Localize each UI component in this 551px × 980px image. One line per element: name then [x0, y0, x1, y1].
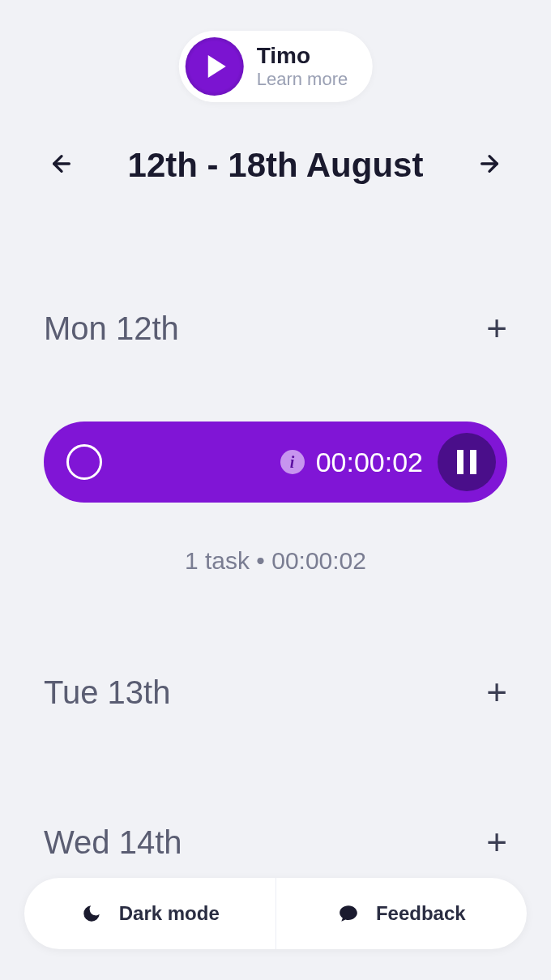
day-row: Mon 12th + [44, 308, 507, 349]
day-label: Tue 13th [44, 674, 170, 711]
dark-mode-toggle[interactable]: Dark mode [24, 878, 276, 949]
play-icon [208, 55, 226, 78]
dark-mode-label: Dark mode [119, 902, 220, 925]
next-week-button[interactable] [476, 148, 502, 184]
day-row: Wed 14th + [44, 822, 507, 862]
week-range-title: 12th - 18th August [128, 146, 424, 185]
info-icon[interactable]: i [280, 450, 305, 474]
chat-icon [337, 902, 360, 925]
app-logo [186, 37, 244, 96]
days-list: Mon 12th + i 00:00:02 1 task • 00:00:02 … [0, 308, 551, 935]
day-row: Tue 13th + [44, 672, 507, 713]
feedback-button[interactable]: Feedback [276, 878, 528, 949]
feedback-label: Feedback [376, 902, 466, 925]
moon-icon [80, 902, 103, 925]
timer-elapsed: 00:00:02 [316, 447, 423, 478]
app-subtitle: Learn more [257, 69, 348, 90]
prev-week-button[interactable] [49, 148, 75, 184]
app-title-block: Timo Learn more [257, 43, 348, 90]
day-summary: 1 task • 00:00:02 [44, 547, 507, 575]
week-navigator: 12th - 18th August [0, 146, 551, 185]
arrow-left-icon [49, 151, 75, 177]
add-task-button[interactable]: + [486, 672, 507, 713]
add-task-button[interactable]: + [486, 308, 507, 349]
pause-icon [457, 450, 463, 474]
day-label: Mon 12th [44, 310, 179, 347]
footer-bar: Dark mode Feedback [24, 878, 527, 949]
pause-button[interactable] [438, 433, 496, 491]
app-name: Timo [257, 43, 348, 69]
active-timer-bar[interactable]: i 00:00:02 [44, 422, 507, 503]
day-label: Wed 14th [44, 824, 182, 861]
arrow-right-icon [476, 151, 502, 177]
app-header-pill[interactable]: Timo Learn more [179, 31, 373, 102]
add-task-button[interactable]: + [486, 822, 507, 862]
task-check-circle[interactable] [66, 444, 102, 480]
